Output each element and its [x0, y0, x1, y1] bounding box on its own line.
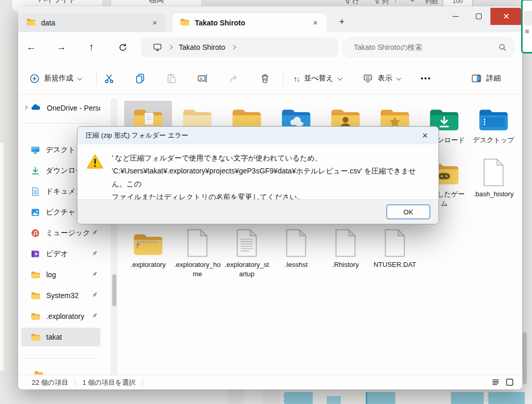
screen: ハイライト 相関 行 列 ↑ + 列数 100 data [0, 0, 532, 404]
warning-icon [86, 154, 104, 170]
details-view-toggle[interactable] [491, 378, 500, 386]
up-arrow-icon: ↑ [394, 0, 397, 4]
folder-zip-icon [124, 225, 172, 259]
doc-blank-icon [470, 155, 517, 188]
svg-text:A: A [200, 76, 203, 81]
doc-lines-icon [223, 225, 271, 259]
copy-icon [135, 73, 145, 84]
more-button[interactable]: ••• [416, 68, 436, 89]
file-item--[interactable]: デスクトップ [470, 101, 517, 145]
onedrive-cloud-icon [31, 103, 41, 113]
file-item--rhistory[interactable]: .Rhistory [322, 225, 369, 270]
sidebar-item--[interactable]: ミュージック [21, 224, 100, 243]
new-tab-button[interactable]: + [335, 15, 349, 29]
search-input[interactable] [353, 43, 498, 52]
tab-close-icon[interactable]: × [310, 18, 321, 28]
sidebar-item-system32[interactable]: System32 [21, 286, 100, 305]
dialog-message: ' など圧縮フォルダーで使用できない文字が使われているため、 'C:¥Users… [112, 152, 429, 204]
forward-button[interactable]: → [52, 38, 70, 56]
up-button[interactable]: ↑ [83, 38, 100, 56]
sort-arrows-icon: ↑↓ [294, 74, 299, 83]
sidebar-item-label: System32 [46, 291, 78, 300]
ok-button[interactable]: OK [387, 205, 430, 219]
pictures-icon [31, 208, 40, 217]
sidebar-item-label: .exploratory [46, 312, 84, 320]
background-chart-bar [451, 392, 484, 404]
sidebar-item-onedrive-perso[interactable]: OneDrive - Perso [21, 99, 100, 117]
details-button[interactable]: 詳細 [466, 68, 506, 89]
chevron-right-icon [168, 45, 172, 49]
folder-icon [31, 312, 41, 321]
file-item--exploratory-home[interactable]: .exploratory_home [174, 225, 221, 279]
maximize-button[interactable] [467, 8, 490, 25]
desktop-icon [31, 145, 40, 155]
tab-data[interactable]: data × [19, 13, 166, 32]
search-icon [498, 43, 507, 51]
navigation-bar: ← → ↑ Takato Shiroto [18, 32, 522, 62]
selection-count: 1 個の項目を選択 [82, 378, 135, 387]
background-sort-fragment[interactable]: ↑ [394, 0, 397, 4]
folder-icon [26, 18, 36, 28]
file-item--lesshst[interactable]: .lesshst [272, 225, 320, 270]
breadcrumb-segment[interactable]: Takato Shiroto [179, 43, 225, 51]
doc-blank-icon [322, 225, 369, 259]
cut-button[interactable] [99, 68, 119, 89]
close-icon: ✕ [503, 11, 510, 21]
minimize-button[interactable] [444, 8, 467, 25]
folder-icon [31, 291, 41, 300]
window-controls: ✕ [444, 8, 522, 25]
popup-glyph [525, 30, 529, 33]
rename-icon: A [197, 73, 208, 84]
file-item-label: .exploratory [124, 260, 172, 270]
file-item-ntuser-dat[interactable]: NTUSER.DAT [371, 225, 419, 270]
file-item--exploratory[interactable]: .exploratory [124, 225, 172, 270]
paste-button[interactable] [161, 68, 182, 89]
copy-button[interactable] [130, 68, 151, 89]
back-button[interactable]: ← [22, 38, 40, 56]
tab-takato-shiroto[interactable]: Takato Shiroto × [172, 13, 327, 32]
tab-close-icon[interactable]: × [150, 18, 160, 28]
expander-chevron-icon[interactable] [23, 105, 28, 110]
sidebar-item-log[interactable]: log [21, 265, 100, 284]
background-plus-fragment[interactable]: + [410, 0, 415, 4]
sidebar-item-takat[interactable]: takat [21, 328, 100, 346]
sort-button[interactable]: ↑↓ 並べ替え [289, 68, 346, 89]
refresh-button[interactable] [114, 38, 131, 56]
background-scrollbar-thumb[interactable] [523, 332, 527, 384]
col-filter-label: 列 [382, 0, 389, 6]
close-button[interactable]: ✕ [490, 8, 522, 25]
background-tab-label: 相関 [149, 0, 164, 5]
this-pc-icon [153, 43, 162, 52]
folder-icon [31, 333, 41, 342]
status-divider [75, 379, 75, 386]
chevron-down-icon [337, 75, 342, 80]
row-filter-label: 行 [352, 0, 359, 6]
share-button[interactable] [223, 68, 244, 89]
search-box [343, 37, 514, 57]
items-count: 22 個の項目 [32, 378, 68, 387]
chevron-down-icon [77, 75, 83, 80]
file-item--exploratory-startup[interactable]: .exploratory_startup [223, 225, 271, 279]
sidebar-item-label: ピクチャ [46, 208, 75, 217]
cut-icon [104, 73, 114, 84]
background-row-filter[interactable]: 行 [344, 0, 359, 6]
new-button[interactable]: 新規作成 [24, 68, 87, 89]
sidebar-item--[interactable]: ビデオ [21, 245, 100, 263]
icons-view-toggle[interactable] [506, 378, 514, 386]
sidebar-item--exploratory[interactable]: .exploratory [21, 307, 100, 326]
folder-icon [180, 18, 190, 28]
background-col-filter[interactable]: 列 [374, 0, 389, 6]
background-colcount-label: 列数 [425, 0, 438, 6]
breadcrumb[interactable]: Takato Shiroto [141, 37, 338, 57]
file-item--bash-history[interactable]: .bash_history [470, 155, 517, 199]
toolbar-divider [96, 71, 97, 86]
sidebar-scrollbar-thumb[interactable] [112, 274, 116, 306]
view-button[interactable]: 表示 [358, 68, 405, 89]
doc-blank-icon [174, 225, 221, 259]
rename-button[interactable]: A [192, 68, 213, 89]
download-icon [31, 166, 40, 176]
dialog-close-icon[interactable]: × [419, 129, 431, 142]
dialog-titlebar[interactable]: 圧縮 (zip 形式) フォルダー エラー × [77, 127, 438, 144]
sort-button-label: 並べ替え [304, 74, 334, 83]
delete-button[interactable] [255, 68, 275, 89]
